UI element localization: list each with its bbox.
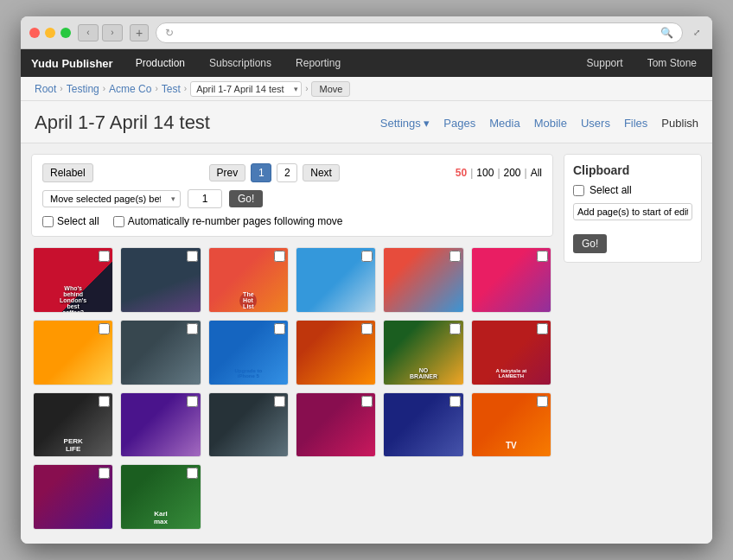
tab-pages[interactable]: Pages <box>443 117 475 130</box>
page-checkbox[interactable] <box>99 396 110 407</box>
clipboard-select-all-text: Select all <box>590 184 632 196</box>
prev-button[interactable]: Prev <box>209 164 246 181</box>
page-thumb[interactable]: NOBRAINER⚙11 <box>383 320 463 385</box>
controls-row3: Select all Automatically re-number pages… <box>42 215 542 227</box>
clipboard-go-button[interactable]: Go! <box>573 234 607 253</box>
move-select-wrap: Move selected page(s) before <box>42 190 181 207</box>
auto-renumber-label[interactable]: Automatically re-number pages following … <box>113 215 343 227</box>
per-page-200[interactable]: 200 <box>504 167 521 179</box>
breadcrumb-test[interactable]: Test <box>162 83 181 95</box>
page-checkbox[interactable] <box>187 468 198 479</box>
page-thumb[interactable]: ⚙17 <box>383 392 463 458</box>
select-all-checkbox-label[interactable]: Select all <box>42 215 99 227</box>
relabel-button[interactable]: Relabel <box>42 163 93 182</box>
page-thumb[interactable]: Karlmax⚙20 <box>120 464 201 530</box>
expand-button[interactable]: ⤢ <box>690 26 704 40</box>
move-go-button[interactable]: Go! <box>229 190 263 207</box>
page-thumb[interactable]: ⚙7 <box>33 320 113 385</box>
close-button[interactable] <box>29 28 40 38</box>
page-thumb[interactable]: ⚙15 <box>208 392 289 458</box>
auto-renumber-checkbox[interactable] <box>113 216 124 227</box>
page-2-button[interactable]: 2 <box>277 163 297 182</box>
page-thumb[interactable]: TV⚙18 <box>471 392 551 458</box>
per-page-50[interactable]: 50 <box>456 167 467 179</box>
page-checkbox[interactable] <box>449 323 461 334</box>
page-checkbox[interactable] <box>187 323 198 334</box>
page-checkbox[interactable] <box>99 323 110 334</box>
tab-users[interactable]: Users <box>581 117 610 130</box>
page-thumb[interactable]: ⚙2 <box>120 247 201 313</box>
page-checkbox[interactable] <box>537 323 548 334</box>
move-select[interactable]: Move selected page(s) before <box>42 190 181 207</box>
next-button[interactable]: Next <box>303 164 340 181</box>
page-checkbox[interactable] <box>449 251 461 262</box>
select-all-checkbox[interactable] <box>42 216 54 227</box>
per-page-sep2: | <box>497 167 500 179</box>
page-checkbox[interactable] <box>537 251 548 262</box>
page-checkbox[interactable] <box>361 396 373 407</box>
nav-support[interactable]: Support <box>582 54 628 73</box>
new-tab-button[interactable]: + <box>130 24 149 41</box>
page-checkbox[interactable] <box>449 396 461 407</box>
nav-reporting[interactable]: Reporting <box>290 54 346 73</box>
back-button[interactable]: ‹ <box>78 24 99 41</box>
page-checkbox[interactable] <box>537 396 548 407</box>
app-nav: Yudu Publisher Production Subscriptions … <box>21 49 712 77</box>
breadcrumb-move-button[interactable]: Move <box>311 81 350 97</box>
clipboard-title: Clipboard <box>573 163 692 177</box>
nav-user[interactable]: Tom Stone <box>642 54 702 73</box>
page-checkbox[interactable] <box>99 251 110 262</box>
page-checkbox[interactable] <box>187 251 198 262</box>
browser-window: ‹ › + ↻ 🔍 ⤢ Yudu Publisher Production Su… <box>21 16 712 544</box>
page-thumb[interactable]: TheHotList⚙3 <box>208 247 289 313</box>
page-checkbox[interactable] <box>274 396 285 407</box>
breadcrumb-edition-select[interactable]: April 1-7 April 14 test <box>190 81 302 97</box>
nav-production[interactable]: Production <box>131 54 190 73</box>
tab-files[interactable]: Files <box>624 117 647 130</box>
breadcrumb-testing[interactable]: Testing <box>67 83 99 95</box>
clipboard-dropdown[interactable]: Add page(s) to start of edition <box>573 203 692 220</box>
clipboard-panel: Clipboard Select all Add page(s) to star… <box>564 154 702 533</box>
page-thumb[interactable]: ⚙8 <box>120 320 201 385</box>
page-checkbox[interactable] <box>274 251 285 262</box>
page-checkbox[interactable] <box>361 251 373 262</box>
address-input[interactable] <box>181 27 653 39</box>
pages-panel: Relabel Prev 1 2 Next 50 | 100 | 20 <box>31 154 553 533</box>
maximize-button[interactable] <box>61 28 71 38</box>
per-page-links: 50 | 100 | 200 | All <box>456 167 542 179</box>
nav-subscriptions[interactable]: Subscriptions <box>204 54 277 73</box>
search-icon: 🔍 <box>660 27 673 39</box>
tab-mobile[interactable]: Mobile <box>534 117 567 130</box>
page-checkbox[interactable] <box>99 468 110 479</box>
page-checkbox[interactable] <box>274 323 285 334</box>
page-thumb[interactable]: ⚙10 <box>296 320 376 385</box>
page-thumb[interactable]: Who'sbehindLondon'sbestcoffee?⚙Edit Intr… <box>33 247 113 313</box>
per-page-100[interactable]: 100 <box>476 167 494 179</box>
tab-publish[interactable]: Publish <box>661 117 698 130</box>
forward-button[interactable]: › <box>102 24 123 41</box>
tab-settings[interactable]: Settings ▾ <box>380 117 430 130</box>
page-thumb[interactable]: ⚙19 <box>33 464 113 530</box>
page-checkbox[interactable] <box>361 323 373 334</box>
page-thumb[interactable]: Upgrade toiPhone 5⚙9 <box>208 320 289 385</box>
page-checkbox[interactable] <box>187 396 198 407</box>
pagination: Prev 1 2 Next <box>209 163 340 182</box>
page-thumb[interactable]: ⚙4 <box>296 247 376 313</box>
page-1-button[interactable]: 1 <box>251 163 271 182</box>
page-thumb[interactable]: ⚙6 <box>471 247 551 313</box>
page-thumb[interactable]: ⚙5 <box>383 247 463 313</box>
page-thumb[interactable]: ⚙14 <box>120 392 201 458</box>
breadcrumb-root[interactable]: Root <box>35 83 56 95</box>
clipboard-select-all-label[interactable]: Select all <box>573 184 692 196</box>
page-thumb[interactable]: ⚙16 <box>296 392 376 458</box>
tab-media[interactable]: Media <box>489 117 519 130</box>
breadcrumb-acme-co[interactable]: Acme Co <box>109 83 151 95</box>
page-thumb[interactable]: PERKLIFE⚙13 <box>33 392 113 458</box>
clipboard-select-all-checkbox[interactable] <box>573 185 584 196</box>
page-title: April 1-7 April 14 test <box>35 111 380 134</box>
move-page-input[interactable] <box>188 189 222 208</box>
page-thumb[interactable]: A fairytale atLAMBETH⚙12 <box>471 320 551 385</box>
minimize-button[interactable] <box>45 28 55 38</box>
per-page-all[interactable]: All <box>531 167 542 179</box>
breadcrumb-sep-3: › <box>155 84 157 93</box>
